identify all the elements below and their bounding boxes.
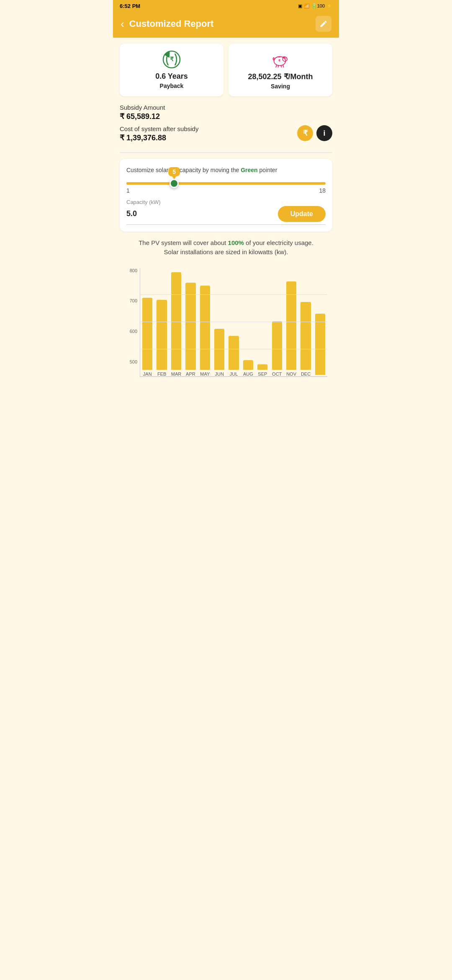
x-axis-label: SEP: [258, 371, 267, 377]
main-content: ₹ 0.6 Years Payback: [113, 38, 339, 384]
chart-bar: [171, 272, 181, 370]
rupee-icon: ₹: [303, 129, 308, 138]
cost-left: Cost of system after subsidy ₹ 1,39,376.…: [120, 125, 297, 147]
x-axis-label: MAR: [171, 371, 181, 377]
y-axis-label: 800: [121, 268, 140, 273]
bar-group: NOV: [284, 268, 298, 377]
slider-track[interactable]: [126, 182, 326, 185]
bar-group: JUL: [226, 268, 241, 377]
status-time: 6:52 PM: [120, 3, 140, 9]
y-axis-label: 600: [121, 329, 140, 334]
edit-button[interactable]: [316, 16, 331, 32]
status-bar: 6:52 PM ▣ 📶 🔋100 ⚡: [113, 0, 339, 12]
update-button[interactable]: Update: [278, 206, 326, 222]
x-axis-label: DEC: [301, 371, 311, 377]
back-button[interactable]: ‹: [121, 18, 124, 31]
x-axis-label: NOV: [286, 371, 296, 377]
slider-thumb[interactable]: [170, 179, 179, 188]
x-axis-label: OCT: [272, 371, 282, 377]
chart-bar: [200, 286, 210, 370]
pv-subtext: Solar installations are sized in kilowat…: [164, 248, 288, 255]
saving-card: ₹ 28,502.25 ₹/Month Saving: [229, 44, 332, 96]
capacity-label: Capacity (kW): [126, 199, 326, 205]
pv-coverage-text: The PV system will cover about 100% of y…: [120, 238, 332, 257]
bar-group: JUN: [212, 268, 226, 377]
x-axis-label: JUN: [215, 371, 223, 377]
svg-line-8: [281, 65, 282, 67]
chart-bar: [142, 298, 152, 370]
info-icon: i: [323, 129, 325, 138]
app-header: ‹ Customized Report: [113, 12, 339, 38]
y-axis: 800700600500: [121, 268, 140, 365]
saving-icon: ₹: [271, 50, 290, 69]
saving-value: 28,502.25 ₹/Month: [248, 72, 313, 81]
capacity-row: 5.0 Update: [126, 206, 326, 225]
x-axis-label: FEB: [157, 371, 166, 377]
chart-bar: [185, 283, 195, 369]
subsidy-label: Subsidy Amount: [120, 104, 332, 111]
slider-max-label: 18: [319, 187, 326, 194]
chart-bar: [300, 302, 311, 370]
piggy-bank-icon: ₹: [271, 50, 290, 69]
section-divider: [120, 152, 332, 153]
svg-text:₹: ₹: [170, 56, 174, 62]
page-title: Customized Report: [129, 18, 316, 29]
chart-bar: [272, 321, 282, 369]
payback-label: Payback: [160, 83, 184, 89]
screen-icon: ▣: [298, 3, 302, 9]
x-axis-label: JUL: [230, 371, 238, 377]
info-button[interactable]: i: [316, 125, 332, 141]
subsidy-value: ₹ 65,589.12: [120, 112, 332, 121]
payback-value: 0.6 Years: [155, 72, 188, 81]
wifi-icon: 📶: [304, 3, 310, 9]
bar-group: MAY: [198, 268, 212, 377]
slider-bubble: 5: [168, 167, 180, 176]
bars-wrapper: JANFEBMARAPRMAYJUNJULAUGSEPOCTNOVDEC: [140, 268, 327, 377]
bar-group: JAN: [140, 268, 154, 377]
slider-range-labels: 1 18: [126, 187, 326, 194]
saving-label: Saving: [271, 83, 290, 90]
subsidy-section: Subsidy Amount ₹ 65,589.12 Cost of syste…: [120, 104, 332, 147]
slider-hint: Customize solar PV capacity by moving th…: [126, 166, 326, 175]
chart-bar: [243, 360, 253, 370]
svg-line-9: [283, 65, 284, 67]
slider-hint-suffix: pointer: [259, 167, 277, 173]
chart-bar: [157, 300, 167, 370]
rupee-cycle-icon: ₹: [162, 49, 182, 70]
battery-icon: 🔋100: [311, 3, 325, 9]
payback-card: ₹ 0.6 Years Payback: [120, 44, 223, 96]
y-axis-label: 500: [121, 359, 140, 364]
slider-hint-green: Green: [241, 167, 257, 173]
chart-bar: [286, 281, 296, 369]
bar-group: MAR: [169, 268, 183, 377]
chart-bar: [315, 314, 325, 375]
edit-icon: [319, 20, 328, 28]
x-axis-label: AUG: [243, 371, 253, 377]
chart-area: 800700600500 JANFEBMARAPRMAYJUNJULAUGSEP…: [121, 268, 331, 377]
bar-group: APR: [183, 268, 198, 377]
y-axis-label: 700: [121, 298, 140, 303]
svg-text:₹: ₹: [278, 59, 281, 63]
bar-group: DEC: [298, 268, 313, 377]
chart-bar: [257, 364, 267, 370]
bar-group: [313, 268, 327, 377]
cost-row: Cost of system after subsidy ₹ 1,39,376.…: [120, 125, 332, 147]
cost-value: ₹ 1,39,376.88: [120, 133, 297, 142]
charging-icon: ⚡: [326, 3, 332, 9]
x-axis-label: JAN: [143, 371, 152, 377]
bar-group: FEB: [154, 268, 169, 377]
slider-bubble-value: 5: [172, 168, 176, 175]
x-axis-label: APR: [186, 371, 195, 377]
bar-group: AUG: [241, 268, 255, 377]
chart-container: 800700600500 JANFEBMARAPRMAYJUNJULAUGSEP…: [120, 265, 332, 379]
rupee-button[interactable]: ₹: [297, 125, 313, 141]
slider-fill: [126, 182, 174, 185]
capacity-value: 5.0: [126, 209, 137, 218]
svg-line-6: [276, 65, 277, 67]
x-axis-label: MAY: [200, 371, 210, 377]
svg-line-7: [278, 65, 279, 67]
payback-icon: ₹: [162, 50, 182, 69]
chart-bar: [229, 336, 239, 370]
chart-bar: [214, 329, 224, 369]
slider-min-label: 1: [126, 187, 130, 194]
